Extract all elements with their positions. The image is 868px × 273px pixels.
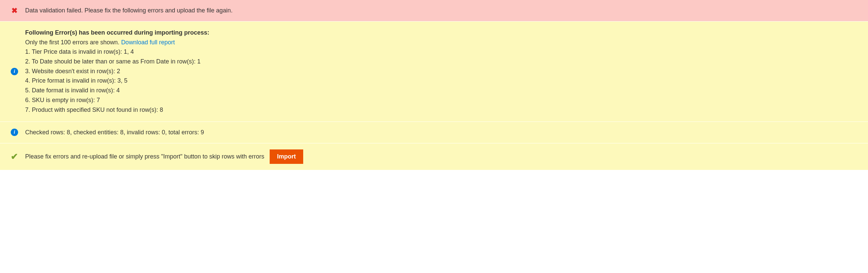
check-icon-wrapper: ✔: [11, 153, 18, 160]
error-item: 6. SKU is empty in row(s): 7: [25, 95, 209, 105]
info-icon-wrapper: i: [11, 129, 18, 136]
error-details-content: Following Error(s) has been occurred dur…: [25, 28, 209, 115]
error-list-title: Following Error(s) has been occurred dur…: [25, 28, 209, 37]
error-details-panel: i Following Error(s) has been occurred d…: [0, 21, 868, 121]
error-list-subtitle: Only the first 100 errors are shown. Dow…: [25, 38, 209, 47]
action-message: Please fix errors and re-upload file or …: [25, 152, 264, 161]
error-icon-wrapper: ✖: [11, 7, 18, 15]
info-icon: i: [11, 129, 18, 136]
summary-panel: i Checked rows: 8, checked entities: 8, …: [0, 121, 868, 143]
error-message-text: Data validation failed. Please fix the f…: [25, 6, 232, 15]
error-item: 1. Tier Price data is invalid in row(s):…: [25, 47, 209, 57]
validation-error-panel: ✖ Data validation failed. Please fix the…: [0, 0, 868, 21]
action-row: Please fix errors and re-upload file or …: [25, 149, 303, 164]
error-item: 4. Price format is invalid in row(s): 3,…: [25, 76, 209, 86]
error-item: 7. Product with specified SKU not found …: [25, 105, 209, 115]
error-x-icon: ✖: [11, 7, 18, 15]
check-icon: ✔: [11, 152, 18, 161]
download-report-link[interactable]: Download full report: [121, 39, 175, 46]
error-item: 5. Date format is invalid in row(s): 4: [25, 86, 209, 95]
error-item: 2. To Date should be later than or same …: [25, 57, 209, 66]
error-item: 3. Website doesn't exist in row(s): 2: [25, 66, 209, 76]
summary-text: Checked rows: 8, checked entities: 8, in…: [25, 128, 204, 137]
info-icon-wrapper: i: [11, 68, 18, 75]
import-button[interactable]: Import: [270, 149, 303, 164]
info-icon: i: [11, 68, 18, 75]
error-prefix-text: Only the first 100 errors are shown.: [25, 39, 121, 46]
action-panel: ✔ Please fix errors and re-upload file o…: [0, 143, 868, 170]
